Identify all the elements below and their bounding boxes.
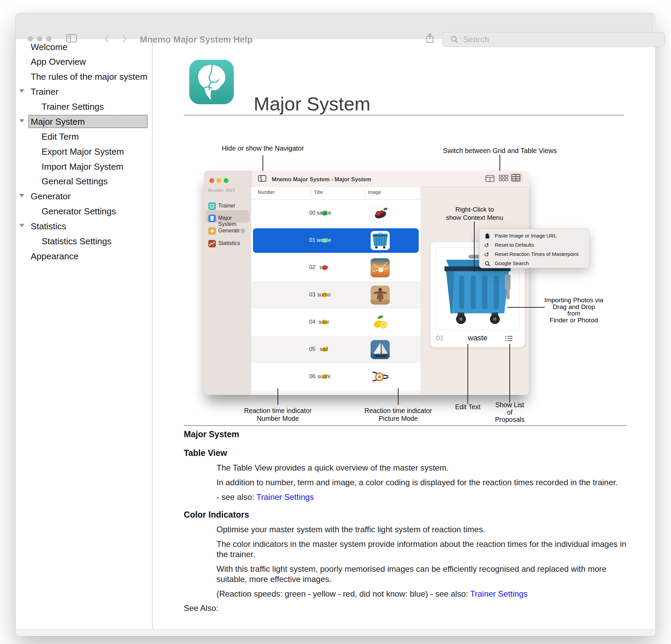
sidebar-item-appearance[interactable]: Appearance	[16, 250, 151, 263]
annotation-line	[509, 344, 510, 402]
minimize-button	[216, 178, 221, 183]
sidebar-item-welcome[interactable]: Welcome	[16, 40, 151, 53]
share-icon[interactable]	[425, 33, 435, 45]
sidebar-item-generator[interactable]: Generator	[16, 190, 151, 203]
sidebar-item-label: Appearance	[31, 250, 78, 263]
sidebar-item-trainer-settings[interactable]: Trainer Settings	[16, 100, 151, 113]
sidebar-item-rules[interactable]: The rules of the major system	[16, 70, 151, 83]
title-divider	[184, 115, 624, 116]
paragraph: Optimise your master system with the tra…	[216, 524, 634, 534]
annotation-show-list: Show List of Proposals	[492, 401, 528, 424]
help-titlebar: Mnemo Major System Help	[16, 13, 655, 39]
proposals-list-icon	[505, 335, 513, 343]
menu-item-label: Paste Image or Image URL	[495, 233, 557, 239]
menu-item-reset-reaction-times: ↺ Reset Reaction Times of Masterpoint	[479, 250, 589, 259]
search-field[interactable]	[442, 32, 665, 47]
row-title: waste	[296, 237, 351, 243]
screen: Mnemo Major System Help Welcome App Over…	[0, 0, 671, 644]
annotation-line	[474, 221, 474, 272]
screenshot-sidebar-item-trainer: Trainer	[204, 200, 251, 212]
paragraph: The color indicators in the master syste…	[216, 539, 634, 559]
partial-row	[251, 391, 420, 395]
window-title: Mnemo Major System Help	[140, 35, 253, 45]
search-icon	[450, 35, 459, 45]
sidebar-item-generator-settings[interactable]: Generator Settings	[16, 205, 151, 218]
sidebar-item-statistics-settings[interactable]: Statistics Settings	[16, 235, 151, 248]
generator-sparkle-icon	[208, 227, 216, 235]
screenshot-sidebar-item-statistics: Statistics	[204, 237, 251, 250]
table-view-heading: Table View	[184, 448, 627, 458]
sidebar-item-major-system[interactable]: Major System	[16, 115, 151, 128]
zoom-button	[224, 178, 228, 183]
statistics-chart-icon	[208, 240, 216, 247]
row-title: sun	[296, 265, 351, 271]
sidebar-item-label: Export Major System	[42, 145, 124, 158]
navigator-toggle-icon	[258, 175, 266, 183]
app-screenshot: Mnemo_MST Trainer Major System Generator	[204, 171, 529, 395]
sidebar-item-app-overview[interactable]: App Overview	[16, 55, 151, 68]
annotation-hide-navigator: Hide or show the Navigator	[212, 144, 314, 152]
section-heading: Major System	[184, 429, 627, 439]
sidebar-item-export-major-system[interactable]: Export Major System	[16, 145, 151, 158]
row-title: sail	[296, 346, 351, 352]
sidebar-item-label: Edit Term	[42, 130, 79, 143]
annotation-right-click: Right-Click to show Context Menu	[434, 205, 516, 222]
close-button	[210, 178, 214, 183]
annotation-line	[467, 344, 468, 404]
row-title: sushi	[296, 373, 351, 379]
sidebar-item-label: Statistics	[218, 240, 240, 246]
sidebar-item-edit-term[interactable]: Edit Term	[16, 130, 151, 143]
sidebar-item-label: Generator Settings	[42, 205, 116, 218]
paste-icon	[484, 233, 491, 240]
sushi-photo	[371, 367, 390, 386]
column-separator	[311, 189, 311, 197]
split-view-icon	[485, 175, 494, 183]
lemons-photo	[371, 313, 390, 332]
context-menu: Paste Image or Image URL ↺ Reset to Defa…	[479, 229, 590, 268]
sidebar-item-general-settings[interactable]: General Settings	[16, 175, 151, 188]
row-title: sumo	[296, 292, 351, 298]
row-title: sauce	[296, 210, 351, 216]
annotation-line	[398, 388, 398, 405]
annotation-rt-number: Reaction time indicator Number Mode	[227, 407, 329, 423]
screenshot-sidebar: Mnemo_MST Trainer Major System Generator	[204, 171, 252, 395]
table-row-selected: 01 waste	[251, 227, 420, 254]
search-input[interactable]	[462, 34, 655, 45]
trainer-grid-icon	[208, 202, 216, 210]
sunset-photo	[371, 258, 390, 278]
sidebar-item-label: Statistics	[31, 220, 66, 233]
table-row: 06 sushi	[251, 363, 420, 390]
sauce-photo	[371, 204, 390, 223]
annotation-switch-views: Switch between Grid and Table Views	[431, 146, 569, 155]
column-separator	[365, 189, 365, 197]
reaction-speeds-prefix: (Reaction speeds: green - yellow - red, …	[216, 589, 470, 598]
sidebar-item-label: Welcome	[31, 40, 67, 53]
sidebar-item-statistics[interactable]: Statistics	[16, 220, 151, 233]
annotation-line	[507, 307, 545, 308]
color-indicators-heading: Color Indicators	[184, 510, 627, 520]
waste-dumpster-photo	[371, 231, 390, 250]
column-header: Number	[258, 190, 275, 195]
table-row: 03 sumo	[251, 282, 420, 309]
annotation-edit-text: Edit Text	[447, 403, 488, 411]
screenshot-window-title: Mnemo Major System - Major System	[272, 176, 371, 183]
sidebar-item-label: Major System	[31, 115, 85, 128]
generator-badge: 5	[239, 228, 246, 234]
help-body: Major System Table View The Table View p…	[184, 425, 627, 613]
sidebar-item-label: Generator	[31, 190, 71, 203]
sidebar-divider	[152, 39, 153, 629]
screenshot-table: Number Title Image 00 sauce 01 wa	[251, 187, 420, 395]
sidebar-item-trainer[interactable]: Trainer	[16, 85, 151, 98]
trainer-settings-link[interactable]: Trainer Settings	[256, 492, 314, 502]
search-icon	[484, 260, 491, 267]
menu-item-label: Reset Reaction Times of Masterpoint	[495, 251, 579, 257]
menu-item-label: Reset to Defaults	[495, 242, 534, 248]
trainer-settings-link[interactable]: Trainer Settings	[470, 589, 528, 598]
menu-item-reset-defaults: ↺ Reset to Defaults	[479, 241, 589, 250]
row-title: sour	[296, 319, 351, 325]
sidebar-item-label: Trainer Settings	[42, 100, 104, 113]
sidebar-item-import-major-system[interactable]: Import Major System	[16, 160, 151, 173]
annotation-line	[263, 155, 263, 171]
menu-item-google-search: Google Search	[479, 259, 589, 268]
screenshot-sidebar-item-major-system: Major System	[204, 212, 251, 224]
